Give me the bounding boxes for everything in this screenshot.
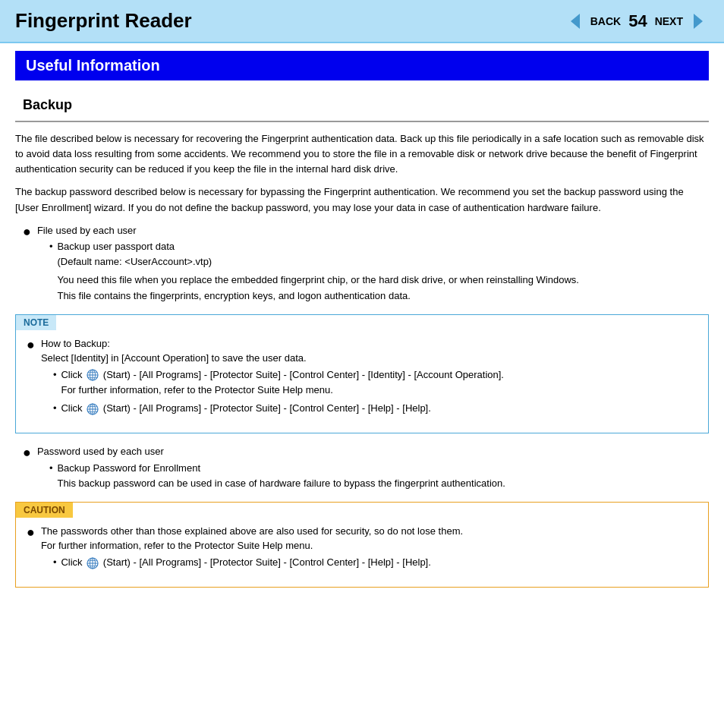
password-bullet-item: ● Password used by each user • Backup Pa… <box>23 444 709 494</box>
globe-icon-3 <box>87 557 99 569</box>
password-sub-list: • Backup Password for Enrollment This ba… <box>49 461 505 491</box>
file-sub-item-text: Backup user passport data(Default name: … <box>57 239 578 269</box>
password-bullet-dot: ● <box>23 443 31 463</box>
caution-bullet-dot: ● <box>27 522 35 543</box>
main-content: Useful Information Backup The file descr… <box>0 43 724 613</box>
section-banner: Useful Information <box>15 51 709 80</box>
globe-icon-2 <box>87 403 99 415</box>
page-header: Fingerprint Reader BACK 54 NEXT <box>0 0 724 43</box>
page-number: 54 <box>628 11 647 31</box>
caution-sub-bullet: • <box>53 555 57 570</box>
svg-marker-5 <box>571 14 580 29</box>
page-title: Fingerprint Reader <box>15 9 192 33</box>
next-arrow-button[interactable] <box>688 11 709 32</box>
body-para-2: The backup password described below is n… <box>15 184 709 215</box>
note-sub-list: • Click (Start) - [All Programs] - [Prot… <box>53 367 504 416</box>
password-sub-item-extra: This backup password can be used in case… <box>57 476 505 491</box>
note-sub-bullet-1: • <box>53 367 57 383</box>
caution-bullet-item: ● The passwords other than those explain… <box>27 524 697 573</box>
password-sub-item: • Backup Password for Enrollment This ba… <box>49 461 505 491</box>
file-sub-item-extra: You need this file when you replace the … <box>57 273 578 303</box>
note-sub-item-2: • Click (Start) - [All Programs] - [Prot… <box>53 401 504 416</box>
sub-bullet: • <box>49 239 53 254</box>
next-label: NEXT <box>655 15 683 27</box>
note-header: NOTE <box>16 315 56 330</box>
note-sub-item-1: • Click (Start) - [All Programs] - [Prot… <box>53 367 504 398</box>
back-label: BACK <box>590 15 621 27</box>
password-sub-item-text: Backup Password for Enrollment <box>57 461 505 476</box>
caution-bullet-list: ● The passwords other than those explain… <box>27 524 697 573</box>
file-sub-item: • Backup user passport data(Default name… <box>49 239 579 304</box>
caution-sub-item-1: • Click (Start) - [All Programs] - [Prot… <box>53 555 463 570</box>
note-content: ● How to Backup: Select [Identity] in [A… <box>16 330 708 433</box>
caution-main-text: The passwords other than those explained… <box>41 524 463 553</box>
caution-sub-list: • Click (Start) - [All Programs] - [Prot… <box>53 555 463 570</box>
file-bullet-item: ● File used by each user • Backup user p… <box>23 223 709 307</box>
file-bullet-label: File used by each user <box>37 225 137 236</box>
password-bullet-label: Password used by each user <box>37 446 164 457</box>
caution-box: CAUTION ● The passwords other than those… <box>15 502 709 588</box>
note-bullet-dot: ● <box>27 335 35 355</box>
caution-header: CAUTION <box>16 503 73 518</box>
nav-area: BACK 54 NEXT <box>565 11 709 32</box>
subsection-divider <box>15 121 709 122</box>
body-para-1: The file described below is necessary fo… <box>15 131 709 177</box>
password-sub-bullet: • <box>49 461 53 476</box>
caution-content: ● The passwords other than those explain… <box>16 518 708 587</box>
note-bullet-item: ● How to Backup: Select [Identity] in [A… <box>27 336 697 419</box>
globe-icon-1 <box>87 369 99 381</box>
note-box: NOTE ● How to Backup: Select [Identity] … <box>15 314 709 433</box>
password-bullet-list: ● Password used by each user • Backup Pa… <box>23 444 709 494</box>
file-sub-list: • Backup user passport data(Default name… <box>49 239 579 304</box>
subsection-title: Backup <box>15 93 709 118</box>
svg-marker-6 <box>694 14 703 29</box>
note-main-text: How to Backup: Select [Identity] in [Acc… <box>41 336 504 366</box>
back-arrow-button[interactable] <box>565 11 586 32</box>
file-bullet-list: ● File used by each user • Backup user p… <box>23 223 709 307</box>
bullet-dot: ● <box>23 222 31 242</box>
note-sub-bullet-2: • <box>53 401 57 416</box>
note-bullet-list: ● How to Backup: Select [Identity] in [A… <box>27 336 697 419</box>
